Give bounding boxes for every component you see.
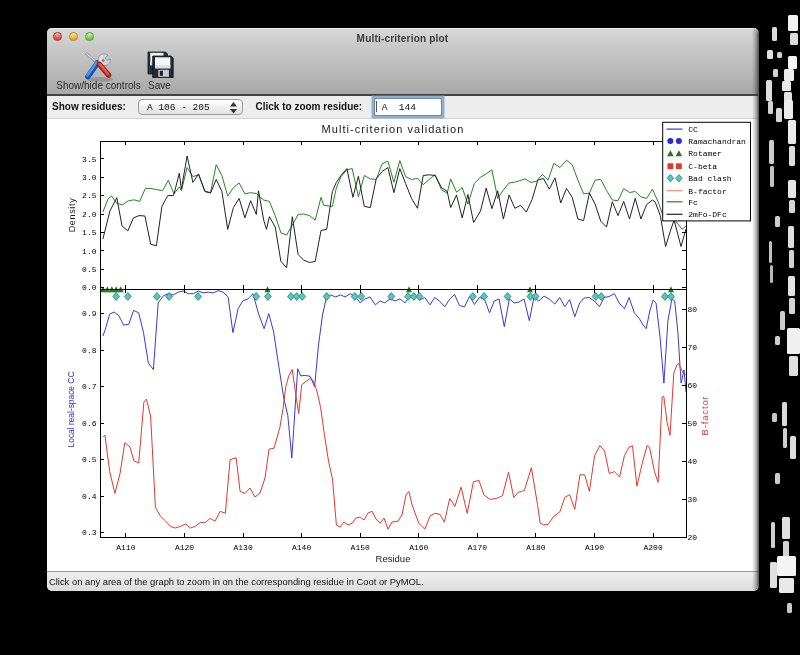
svg-text:0.7: 0.7 <box>82 382 97 391</box>
svg-text:Local real-space CC: Local real-space CC <box>66 372 76 448</box>
svg-text:0.0: 0.0 <box>82 283 97 292</box>
svg-text:Density: Density <box>67 198 77 233</box>
svg-text:A160: A160 <box>409 543 428 552</box>
svg-text:A200: A200 <box>643 543 662 552</box>
svg-text:A170: A170 <box>468 543 487 552</box>
svg-text:1.0: 1.0 <box>82 247 97 256</box>
svg-text:30: 30 <box>688 495 698 504</box>
svg-text:CC: CC <box>688 125 698 134</box>
svg-text:0.6: 0.6 <box>82 419 97 428</box>
svg-text:C-beta: C-beta <box>688 162 717 171</box>
svg-text:2.5: 2.5 <box>82 191 97 200</box>
svg-text:A140: A140 <box>292 543 311 552</box>
svg-text:A120: A120 <box>175 543 194 552</box>
svg-text:0.5: 0.5 <box>82 455 97 464</box>
svg-text:0.4: 0.4 <box>82 492 97 501</box>
svg-text:Rotamer: Rotamer <box>688 149 722 158</box>
svg-text:20: 20 <box>688 533 698 542</box>
svg-text:0.3: 0.3 <box>82 528 97 537</box>
svg-text:Multi-criterion validation: Multi-criterion validation <box>322 123 465 135</box>
svg-text:0.8: 0.8 <box>82 346 97 355</box>
svg-text:1.5: 1.5 <box>82 228 97 237</box>
svg-text:0.5: 0.5 <box>82 265 97 274</box>
svg-text:50: 50 <box>688 419 698 428</box>
svg-text:A110: A110 <box>116 543 135 552</box>
svg-text:40: 40 <box>688 457 698 466</box>
svg-text:B-factor: B-factor <box>699 395 710 435</box>
svg-text:80: 80 <box>688 305 698 314</box>
svg-text:Bad clash: Bad clash <box>688 174 731 183</box>
svg-text:3.0: 3.0 <box>82 173 97 182</box>
svg-text:Fc: Fc <box>688 198 698 207</box>
svg-text:B-factor: B-factor <box>688 187 727 196</box>
svg-text:Ramachandran: Ramachandran <box>688 137 746 146</box>
svg-text:A130: A130 <box>233 543 252 552</box>
svg-text:0.9: 0.9 <box>82 309 97 318</box>
svg-text:Residue: Residue <box>376 553 411 564</box>
svg-text:A150: A150 <box>351 543 370 552</box>
svg-text:2.0: 2.0 <box>82 210 97 219</box>
svg-text:A190: A190 <box>585 543 604 552</box>
svg-text:70: 70 <box>688 343 698 352</box>
svg-text:2mFo-DFc: 2mFo-DFc <box>688 210 727 219</box>
svg-text:60: 60 <box>688 381 698 390</box>
svg-text:3.5: 3.5 <box>82 155 97 164</box>
svg-text:A180: A180 <box>526 543 545 552</box>
